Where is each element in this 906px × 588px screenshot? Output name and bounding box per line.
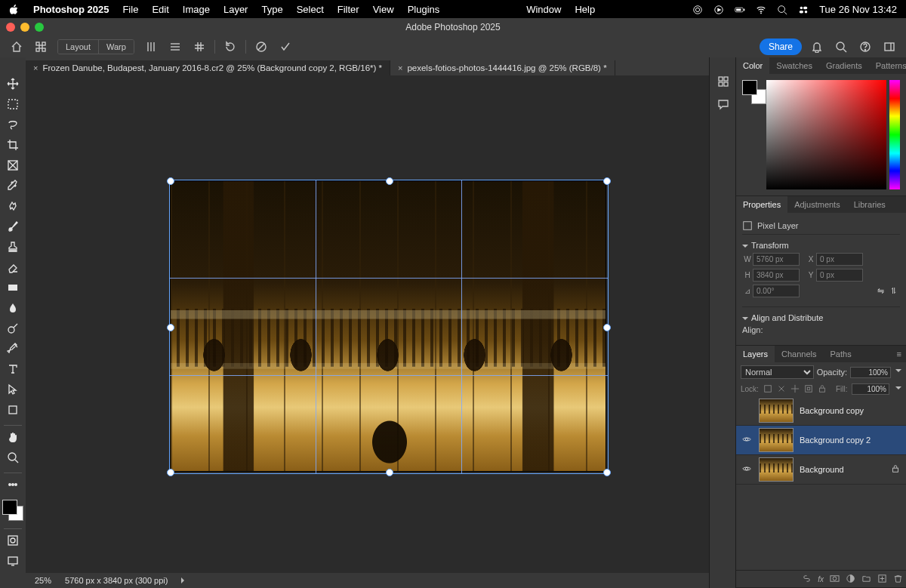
tab-properties[interactable]: Properties <box>736 196 787 213</box>
menu-edit[interactable]: Edit <box>152 4 168 15</box>
battery-icon[interactable] <box>735 3 745 15</box>
crop-tool[interactable] <box>2 137 23 153</box>
apple-icon[interactable] <box>9 3 20 15</box>
doc-tab-0[interactable]: × Frozen Danube, Budapest, January 2016-… <box>26 60 390 75</box>
path-select-tool[interactable] <box>2 381 23 398</box>
clock[interactable]: Tue 26 Nov 13:42 <box>819 4 897 15</box>
opacity-value[interactable]: 100% <box>850 367 891 378</box>
history-panel-icon[interactable] <box>716 74 731 89</box>
new-layer-icon[interactable] <box>877 574 887 585</box>
fill-value[interactable]: 100% <box>852 383 889 395</box>
tab-color[interactable]: Color <box>736 57 769 74</box>
zoom-level[interactable]: 25% <box>35 576 51 585</box>
doc-tab-1[interactable]: × pexels-fotios-photos-1444416.jpg @ 25%… <box>390 60 615 75</box>
layer-name[interactable]: Background <box>800 465 891 474</box>
healing-tool[interactable] <box>2 198 23 214</box>
layout-warp-segment[interactable]: Layout Warp <box>57 39 134 54</box>
spotlight-icon[interactable] <box>777 3 787 15</box>
status-menu-icon[interactable] <box>181 577 187 583</box>
menu-image[interactable]: Image <box>183 4 210 15</box>
menu-file[interactable]: File <box>122 4 138 15</box>
minimize-window[interactable] <box>20 23 29 32</box>
menu-filter[interactable]: Filter <box>337 4 359 15</box>
tab-channels[interactable]: Channels <box>775 346 823 362</box>
wifi-icon[interactable] <box>756 3 766 15</box>
tab-libraries[interactable]: Libraries <box>847 196 892 213</box>
reset-icon[interactable] <box>221 38 239 55</box>
blur-tool[interactable] <box>2 300 23 316</box>
lock-position-icon[interactable] <box>790 384 800 395</box>
tab-layers[interactable]: Layers <box>736 346 775 362</box>
layer-thumb[interactable] <box>759 457 794 482</box>
shape-tool[interactable] <box>2 402 23 418</box>
visibility-toggle[interactable] <box>741 463 753 476</box>
layer-row[interactable]: Background copy 2 <box>736 426 906 455</box>
color-field[interactable] <box>766 80 886 189</box>
zoom-tool[interactable] <box>2 449 23 466</box>
cancel-icon[interactable] <box>252 38 270 55</box>
flip-v-icon[interactable]: ⥮ <box>890 286 897 296</box>
screen-mode-icon[interactable] <box>2 553 23 569</box>
pen-tool[interactable] <box>2 340 23 357</box>
marquee-tool[interactable] <box>2 96 23 112</box>
layer-name[interactable]: Background copy 2 <box>800 436 901 445</box>
visibility-toggle[interactable] <box>741 434 753 446</box>
edit-toolbar-icon[interactable] <box>2 476 23 493</box>
close-tab-icon[interactable]: × <box>33 63 38 72</box>
notifications-icon[interactable] <box>808 38 826 55</box>
quick-mask-icon[interactable] <box>2 532 23 549</box>
tab-paths[interactable]: Paths <box>824 346 858 362</box>
menu-help[interactable]: Help <box>575 4 595 15</box>
adjustment-icon[interactable] <box>846 574 855 585</box>
tab-adjustments[interactable]: Adjustments <box>787 196 847 213</box>
blend-mode-select[interactable]: Normal <box>741 365 814 379</box>
document-canvas[interactable] <box>171 181 606 471</box>
panel-menu-icon[interactable]: ≡ <box>892 346 906 362</box>
delete-icon[interactable] <box>893 574 903 585</box>
lock-paint-icon[interactable] <box>777 384 786 395</box>
help-icon[interactable] <box>856 38 874 55</box>
move-tool[interactable] <box>2 75 23 92</box>
stamp-tool[interactable] <box>2 239 23 255</box>
flip-h-icon[interactable]: ⇋ <box>877 286 884 296</box>
seg-layout[interactable]: Layout <box>58 40 99 54</box>
color-mini-swatch[interactable] <box>742 80 762 100</box>
prop-angle[interactable] <box>753 285 800 297</box>
layer-row[interactable]: Background copy <box>736 396 906 426</box>
tab-patterns[interactable]: Patterns <box>869 57 906 74</box>
record-icon[interactable] <box>713 3 724 15</box>
fx-icon[interactable]: fx <box>818 575 824 583</box>
align-section[interactable]: Align and Distribute <box>751 313 823 322</box>
seg-warp[interactable]: Warp <box>99 40 134 54</box>
gradient-tool[interactable] <box>2 279 23 296</box>
search-icon[interactable] <box>832 38 850 55</box>
prop-y[interactable] <box>816 269 863 282</box>
layer-thumb[interactable] <box>759 399 794 423</box>
lock-all-icon[interactable] <box>818 384 827 395</box>
prop-w[interactable] <box>753 253 800 266</box>
lasso-tool[interactable] <box>2 116 23 133</box>
prop-x[interactable] <box>816 253 863 266</box>
menu-window[interactable]: Window <box>526 4 561 15</box>
menu-select[interactable]: Select <box>297 4 324 15</box>
cc-icon[interactable] <box>692 3 703 15</box>
close-window[interactable] <box>6 23 15 32</box>
share-button[interactable]: Share <box>760 38 802 55</box>
grid-vert-icon[interactable] <box>142 38 160 55</box>
tab-gradients[interactable]: Gradients <box>819 57 869 74</box>
menu-layer[interactable]: Layer <box>223 4 248 15</box>
canvas-area[interactable] <box>26 75 710 573</box>
hue-slider[interactable] <box>889 80 900 189</box>
comments-panel-icon[interactable] <box>716 97 731 112</box>
traffic-lights[interactable] <box>6 23 49 32</box>
close-tab-icon[interactable]: × <box>398 63 402 72</box>
commit-icon[interactable] <box>276 38 294 55</box>
control-center-icon[interactable] <box>798 3 809 15</box>
mask-icon[interactable] <box>830 574 840 585</box>
grid-both-icon[interactable] <box>190 38 208 55</box>
layer-name[interactable]: Background copy <box>800 406 901 415</box>
link-layers-icon[interactable] <box>802 574 812 585</box>
doc-info[interactable]: 5760 px x 3840 px (300 ppi) <box>65 576 168 585</box>
lock-artboard-icon[interactable] <box>804 384 813 395</box>
menu-type[interactable]: Type <box>261 4 282 15</box>
